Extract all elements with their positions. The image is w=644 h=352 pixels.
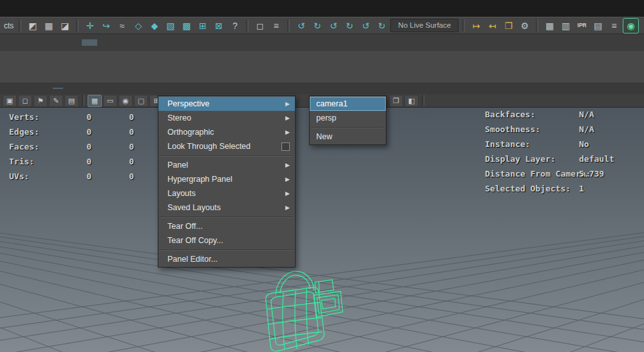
icon-glyph: ▤: [68, 97, 75, 104]
menu-item[interactable]: [14, 6, 24, 11]
icon-glyph: ↻: [314, 21, 321, 30]
panels-menu-item: ▶: [158, 248, 295, 252]
shelf-tab-realflow[interactable]: [146, 39, 162, 46]
panels-menu-item: ▶: [158, 153, 295, 158]
menu-item[interactable]: [35, 6, 45, 11]
menu-item-stereo[interactable]: Stereo ▶: [158, 111, 295, 125]
image-plane-icon[interactable]: ▤: [64, 95, 79, 107]
film-gate-icon[interactable]: ▭: [103, 95, 117, 107]
menu-item[interactable]: [4, 6, 14, 11]
menu-item-label: Look Through Selected: [167, 142, 278, 151]
menu-item-tear-off[interactable]: Tear Off... ▶: [158, 219, 295, 233]
panel-menu-shading[interactable]: [12, 88, 22, 89]
single-pane-layout-icon[interactable]: ◧: [404, 95, 419, 107]
icon-glyph: ↪: [102, 21, 110, 30]
grease-pencil-icon[interactable]: ✎: [49, 95, 63, 107]
make-live-icon[interactable]: ↻: [374, 19, 389, 33]
panel-menu-panels[interactable]: [53, 88, 63, 89]
shelf-tab-keyshot[interactable]: [114, 39, 129, 46]
menu-item[interactable]: [24, 6, 35, 11]
snap-to-projected-center-icon[interactable]: ↻: [342, 19, 357, 33]
poly-sphere-icon[interactable]: ◇: [131, 19, 146, 33]
render-snapshot-icon[interactable]: ◉: [623, 18, 639, 34]
panel-menu-view[interactable]: [1, 88, 12, 89]
resolution-gate-icon[interactable]: ◉: [118, 95, 133, 107]
menu-item-hypergraph-panel[interactable]: Hypergraph Panel ▶: [158, 172, 295, 186]
live-surface-field[interactable]: No Live Surface: [390, 19, 459, 32]
shelf-tab-truncated[interactable]: [1, 39, 17, 46]
snap-to-point-icon[interactable]: ↺: [326, 19, 341, 33]
menu-item[interactable]: [97, 6, 107, 11]
target-weld-icon[interactable]: ⊠: [211, 19, 226, 33]
shelf-tab-fx[interactable]: [50, 39, 65, 46]
render-settings-icon[interactable]: ▤: [591, 19, 605, 33]
shelf-tab-custom[interactable]: [82, 39, 97, 46]
settings-gear-icon[interactable]: ⚙: [517, 19, 532, 33]
menu-item[interactable]: [86, 6, 97, 11]
lock-icon[interactable]: ◻: [252, 19, 267, 33]
hud-value-total: 0: [59, 157, 91, 166]
snap-to-curve-icon[interactable]: ↻: [310, 19, 325, 33]
menu-item-tear-off-copy[interactable]: Tear Off Copy... ▶: [158, 233, 295, 248]
select-by-object-icon[interactable]: ▦: [41, 19, 56, 33]
construction-history-icon[interactable]: ≡: [269, 19, 283, 33]
menu-item-panel-editor[interactable]: Panel Editor... ▶: [158, 252, 295, 266]
panel-menu-lighting[interactable]: [22, 88, 32, 89]
display-layers-icon[interactable]: ≡: [607, 19, 621, 33]
menu-item[interactable]: [66, 6, 76, 11]
hud-value-selected: 0: [91, 157, 134, 166]
panel-menu-show[interactable]: [32, 88, 43, 89]
help-icon[interactable]: ?: [227, 19, 242, 33]
lock-camera-icon[interactable]: ◻: [18, 95, 32, 107]
pencil-curve-icon[interactable]: ≈: [115, 19, 129, 33]
bookmark-icon[interactable]: ⚑: [33, 95, 48, 107]
move-tool-icon[interactable]: ✛: [82, 19, 97, 33]
shelf-tab-rendering[interactable]: [33, 39, 49, 46]
hud-row: Display Layer: default: [485, 154, 643, 169]
toolbar-icon: [287, 19, 290, 32]
select-by-hierarchy-icon[interactable]: ◩: [25, 19, 40, 33]
panel-editor-icon[interactable]: ❐: [501, 19, 516, 33]
menu-item[interactable]: [45, 6, 55, 11]
curve-tool-icon[interactable]: ↪: [99, 19, 113, 33]
ipr-render-icon[interactable]: IPR: [574, 19, 589, 33]
select-camera-icon[interactable]: ▣: [3, 95, 17, 107]
menu-item-label: Hypergraph Panel: [167, 175, 281, 184]
camera-wireframe-object[interactable]: [266, 271, 343, 351]
render-current-frame-icon[interactable]: ▥: [558, 19, 573, 33]
shelf-tab-animation[interactable]: [17, 39, 33, 46]
snap-to-grid-icon[interactable]: ↺: [294, 19, 308, 33]
shelf-tab-xgen[interactable]: [98, 39, 113, 46]
icon-glyph: ❐: [504, 21, 513, 30]
poly-plane-icon[interactable]: ▧: [163, 19, 178, 33]
menu-item-orthographic[interactable]: Orthographic ▶: [158, 125, 295, 139]
shelf-tab-turtle[interactable]: [130, 39, 146, 46]
menu-item-label: Tear Off...: [167, 222, 290, 231]
shelf-tab-fx-caching[interactable]: [66, 39, 81, 46]
show-outputs-icon[interactable]: ↤: [485, 19, 500, 33]
submenu-item-persp[interactable]: persp: [310, 111, 386, 125]
menu-item-panel[interactable]: Panel ▶: [158, 158, 295, 172]
poly-mesh-icon[interactable]: ▩: [179, 19, 194, 33]
menu-item[interactable]: [55, 6, 66, 11]
tear-off-copy-icon[interactable]: ❐: [389, 95, 403, 107]
menu-item-look-through-selected[interactable]: Look Through Selected ▶: [158, 139, 295, 153]
render-view-icon[interactable]: ▦: [542, 19, 557, 33]
select-by-component-icon[interactable]: ◪: [57, 19, 72, 33]
hud-value: N/A: [579, 110, 594, 119]
icon-glyph: ▩: [182, 21, 191, 30]
poly-cube-icon[interactable]: ◆: [147, 19, 162, 33]
submenu-item-new[interactable]: New: [310, 130, 386, 144]
menu-item-perspective[interactable]: Perspective ▶: [158, 97, 295, 111]
grid-icon[interactable]: ▦: [88, 95, 102, 107]
menu-item-layouts[interactable]: Layouts ▶: [158, 186, 295, 200]
submenu-arrow-icon: ▶: [285, 190, 290, 197]
menu-item[interactable]: [76, 6, 86, 11]
panel-menu-renderer[interactable]: [43, 88, 53, 89]
show-inputs-icon[interactable]: ↦: [469, 19, 484, 33]
snap-to-view-plane-icon[interactable]: ↺: [358, 19, 373, 33]
submenu-item-camera1[interactable]: camera1: [310, 97, 386, 111]
multi-cut-icon[interactable]: ⊞: [195, 19, 210, 33]
gate-mask-icon[interactable]: ▢: [134, 95, 148, 107]
menu-item-saved-layouts[interactable]: Saved Layouts ▶: [158, 200, 295, 215]
